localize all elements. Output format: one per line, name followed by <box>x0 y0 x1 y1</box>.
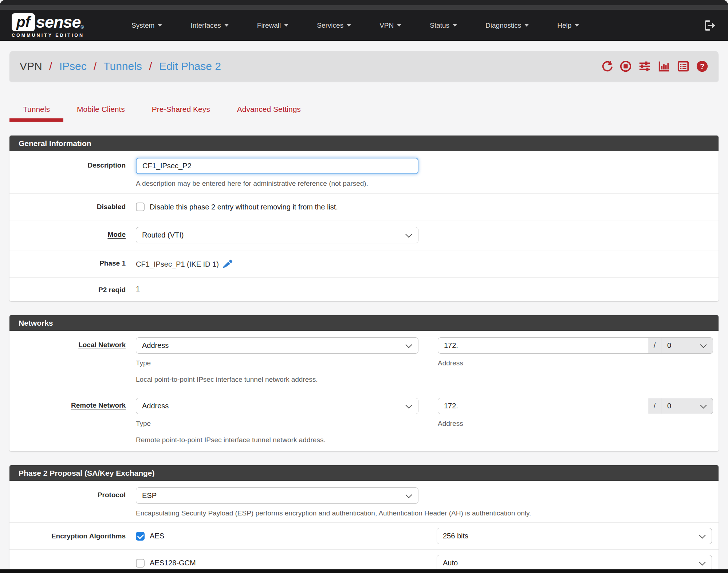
menu-firewall[interactable]: Firewall <box>257 21 288 30</box>
aes128gcm-keylen-select[interactable]: Auto <box>437 555 712 571</box>
top-navbar: pf sense ® COMMUNITY EDITION System Inte… <box>0 10 728 41</box>
community-edition-label: COMMUNITY EDITION <box>12 33 84 38</box>
local-network-label: Local Network <box>9 337 136 384</box>
phase2-proposal-header: Phase 2 Proposal (SA/Key Exchange) <box>9 465 719 481</box>
remote-network-type-select[interactable]: Address <box>136 398 418 414</box>
breadcrumb-separator: / <box>90 60 101 72</box>
protocol-label: Protocol <box>9 487 136 517</box>
menu-system[interactable]: System <box>131 21 162 30</box>
tab-advanced-settings[interactable]: Advanced Settings <box>224 102 314 122</box>
aes128gcm-checkbox[interactable] <box>136 559 145 568</box>
menu-system-label: System <box>131 21 154 30</box>
menu-diagnostics-label: Diagnostics <box>485 21 521 30</box>
sliders-icon[interactable] <box>638 60 651 72</box>
aes-checkbox-label[interactable]: AES <box>150 532 164 540</box>
caret-down-icon <box>224 24 229 27</box>
remote-network-address-input[interactable] <box>438 398 648 414</box>
remote-network-type-help: Type <box>136 419 418 428</box>
menu-status[interactable]: Status <box>430 21 457 30</box>
pfsense-logo[interactable]: pf sense ® COMMUNITY EDITION <box>12 13 84 38</box>
caret-down-icon <box>453 24 457 27</box>
stop-icon[interactable] <box>619 60 632 72</box>
remote-network-help: Remote point-to-point IPsec interface tu… <box>136 436 418 444</box>
aes-keylen-select[interactable]: 256 bits <box>437 528 712 544</box>
pf-logo-box: pf <box>12 13 35 31</box>
sense-logo-text: sense <box>36 14 81 30</box>
disabled-label: Disabled <box>9 203 136 211</box>
breadcrumb-panel: VPN / IPsec / Tunnels / Edit Phase 2 <box>9 51 719 82</box>
log-list-icon[interactable] <box>677 60 690 72</box>
local-network-type-help: Type <box>136 359 418 367</box>
breadcrumb-ipsec-link[interactable]: IPsec <box>59 60 87 72</box>
menu-vpn[interactable]: VPN <box>379 21 401 30</box>
local-network-address-input[interactable] <box>438 337 648 354</box>
help-icon[interactable]: ? <box>696 60 708 72</box>
local-network-help: Local point-to-point IPsec interface tun… <box>136 375 418 384</box>
breadcrumb-separator: / <box>45 60 56 72</box>
encryption-algorithms-label: Encryption Algorithms <box>9 528 136 544</box>
phase1-value: CF1_IPsec_P1 (IKE ID 1) <box>136 260 219 268</box>
navbar-menu: System Interfaces Firewall Services VPN … <box>131 21 693 30</box>
registered-mark: ® <box>81 25 84 30</box>
svg-text:?: ? <box>700 62 704 70</box>
window-chrome-top <box>0 0 728 5</box>
description-input[interactable] <box>136 158 418 174</box>
breadcrumb-separator: / <box>145 60 156 72</box>
disabled-checkbox-label[interactable]: Disable this phase 2 entry without remov… <box>150 203 338 211</box>
networks-panel: Networks Local Network Address Type Loca… <box>9 315 719 451</box>
protocol-select[interactable]: ESP <box>136 487 418 504</box>
tab-pre-shared-keys[interactable]: Pre-Shared Keys <box>138 102 224 122</box>
caret-down-icon <box>284 24 288 27</box>
remote-network-address-help: Address <box>438 419 713 428</box>
menu-services[interactable]: Services <box>317 21 351 30</box>
general-information-header: General Information <box>9 136 719 151</box>
local-network-address-help: Address <box>438 359 713 367</box>
menu-diagnostics[interactable]: Diagnostics <box>485 21 529 30</box>
breadcrumb: VPN / IPsec / Tunnels / Edit Phase 2 <box>20 60 221 72</box>
remote-network-label: Remote Network <box>9 398 136 444</box>
phase1-label: Phase 1 <box>9 258 136 270</box>
menu-interfaces[interactable]: Interfaces <box>190 21 228 30</box>
breadcrumb-edit-phase2-link[interactable]: Edit Phase 2 <box>159 60 221 72</box>
tab-mobile-clients[interactable]: Mobile Clients <box>63 102 138 122</box>
p2reqid-value: 1 <box>136 285 140 293</box>
menu-vpn-label: VPN <box>379 21 394 30</box>
pencil-icon[interactable] <box>223 258 232 270</box>
disabled-checkbox[interactable] <box>136 203 145 211</box>
local-network-type-select[interactable]: Address <box>136 337 418 354</box>
menu-help[interactable]: Help <box>557 21 579 30</box>
caret-down-icon <box>397 24 401 27</box>
page-action-icons: ? <box>601 60 708 72</box>
caret-down-icon <box>158 24 162 27</box>
ipsec-tab-bar: Tunnels Mobile Clients Pre-Shared Keys A… <box>9 102 719 122</box>
menu-firewall-label: Firewall <box>257 21 281 30</box>
description-help: A description may be entered here for ad… <box>136 179 712 188</box>
aes-checkbox[interactable] <box>136 532 145 541</box>
menu-help-label: Help <box>557 21 571 30</box>
mask-separator: / <box>648 337 661 354</box>
menu-status-label: Status <box>430 21 449 30</box>
breadcrumb-vpn: VPN <box>20 60 42 72</box>
aes128gcm-checkbox-label[interactable]: AES128-GCM <box>150 559 196 567</box>
caret-down-icon <box>575 24 579 27</box>
local-network-mask-select[interactable]: 0 <box>661 337 713 354</box>
encryption-row-spacer <box>9 555 136 571</box>
refresh-icon[interactable] <box>601 60 613 72</box>
tab-tunnels[interactable]: Tunnels <box>9 102 63 122</box>
window-chrome-strip <box>0 5 728 10</box>
phase2-proposal-panel: Phase 2 Proposal (SA/Key Exchange) Proto… <box>9 465 719 573</box>
mode-label: Mode <box>9 227 136 243</box>
general-information-panel: General Information Description A descri… <box>9 136 719 301</box>
chart-icon[interactable] <box>657 60 670 72</box>
menu-interfaces-label: Interfaces <box>190 21 221 30</box>
menu-services-label: Services <box>317 21 343 30</box>
sign-out-icon[interactable] <box>704 20 716 31</box>
breadcrumb-tunnels-link[interactable]: Tunnels <box>103 60 142 72</box>
remote-network-mask-select[interactable]: 0 <box>661 398 713 414</box>
mask-separator: / <box>648 398 661 414</box>
networks-header: Networks <box>9 315 719 331</box>
mode-select[interactable]: Routed (VTI) <box>136 227 418 243</box>
description-label: Description <box>9 158 136 188</box>
bottom-edge-strip <box>0 569 728 573</box>
caret-down-icon <box>347 24 351 27</box>
